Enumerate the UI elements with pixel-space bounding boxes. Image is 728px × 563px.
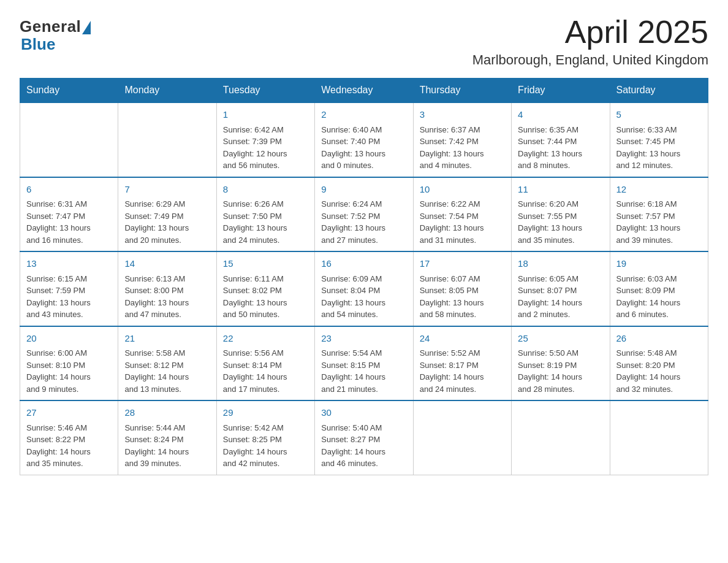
calendar-header-thursday: Thursday — [413, 79, 511, 103]
title-section: April 2025 Marlborough, England, United … — [472, 15, 708, 68]
calendar-cell-4-0: 27Sunrise: 5:46 AM Sunset: 8:22 PM Dayli… — [20, 400, 118, 475]
day-info: Sunrise: 5:54 AM Sunset: 8:15 PM Dayligh… — [321, 347, 406, 395]
day-info: Sunrise: 6:31 AM Sunset: 7:47 PM Dayligh… — [26, 198, 112, 246]
calendar-cell-4-1: 28Sunrise: 5:44 AM Sunset: 8:24 PM Dayli… — [118, 400, 216, 475]
location-text: Marlborough, England, United Kingdom — [472, 52, 708, 68]
day-number: 21 — [124, 332, 210, 346]
calendar-cell-1-1: 7Sunrise: 6:29 AM Sunset: 7:49 PM Daylig… — [118, 177, 216, 252]
logo-general-text: General — [20, 17, 81, 36]
calendar-cell-1-6: 12Sunrise: 6:18 AM Sunset: 7:57 PM Dayli… — [610, 177, 708, 252]
day-number: 29 — [223, 406, 308, 420]
day-number: 4 — [518, 108, 603, 122]
day-number: 20 — [26, 332, 112, 346]
calendar-cell-0-3: 2Sunrise: 6:40 AM Sunset: 7:40 PM Daylig… — [315, 102, 413, 177]
day-info: Sunrise: 6:11 AM Sunset: 8:02 PM Dayligh… — [223, 273, 308, 321]
calendar-cell-0-2: 1Sunrise: 6:42 AM Sunset: 7:39 PM Daylig… — [216, 102, 314, 177]
calendar-cell-2-6: 19Sunrise: 6:03 AM Sunset: 8:09 PM Dayli… — [610, 251, 708, 326]
calendar-cell-0-4: 3Sunrise: 6:37 AM Sunset: 7:42 PM Daylig… — [413, 102, 511, 177]
day-info: Sunrise: 6:29 AM Sunset: 7:49 PM Dayligh… — [124, 198, 210, 246]
calendar-header-friday: Friday — [512, 79, 610, 103]
day-number: 22 — [223, 332, 308, 346]
calendar-cell-3-5: 25Sunrise: 5:50 AM Sunset: 8:19 PM Dayli… — [512, 326, 610, 401]
day-info: Sunrise: 6:35 AM Sunset: 7:44 PM Dayligh… — [518, 124, 603, 172]
page-header: General Blue April 2025 Marlborough, Eng… — [20, 15, 708, 68]
day-number: 15 — [223, 257, 308, 271]
calendar-cell-4-4 — [413, 400, 511, 475]
day-number: 26 — [616, 332, 702, 346]
calendar-table: SundayMondayTuesdayWednesdayThursdayFrid… — [20, 78, 708, 475]
day-number: 30 — [321, 406, 406, 420]
calendar-cell-1-3: 9Sunrise: 6:24 AM Sunset: 7:52 PM Daylig… — [315, 177, 413, 252]
week-row-4: 27Sunrise: 5:46 AM Sunset: 8:22 PM Dayli… — [20, 400, 708, 475]
calendar-cell-1-5: 11Sunrise: 6:20 AM Sunset: 7:55 PM Dayli… — [512, 177, 610, 252]
calendar-cell-0-0 — [20, 102, 118, 177]
day-number: 27 — [26, 406, 112, 420]
logo-blue-text: Blue — [21, 35, 55, 54]
calendar-header-tuesday: Tuesday — [216, 79, 314, 103]
day-number: 28 — [124, 406, 210, 420]
day-number: 10 — [420, 183, 505, 197]
calendar-cell-3-3: 23Sunrise: 5:54 AM Sunset: 8:15 PM Dayli… — [315, 326, 413, 401]
day-info: Sunrise: 5:48 AM Sunset: 8:20 PM Dayligh… — [616, 347, 702, 395]
day-info: Sunrise: 5:46 AM Sunset: 8:22 PM Dayligh… — [26, 422, 112, 470]
week-row-0: 1Sunrise: 6:42 AM Sunset: 7:39 PM Daylig… — [20, 102, 708, 177]
calendar-cell-2-5: 18Sunrise: 6:05 AM Sunset: 8:07 PM Dayli… — [512, 251, 610, 326]
day-info: Sunrise: 6:33 AM Sunset: 7:45 PM Dayligh… — [616, 124, 702, 172]
calendar-cell-3-4: 24Sunrise: 5:52 AM Sunset: 8:17 PM Dayli… — [413, 326, 511, 401]
day-info: Sunrise: 6:15 AM Sunset: 7:59 PM Dayligh… — [26, 273, 112, 321]
calendar-header-saturday: Saturday — [610, 79, 708, 103]
day-number: 5 — [616, 108, 702, 122]
day-info: Sunrise: 6:24 AM Sunset: 7:52 PM Dayligh… — [321, 198, 406, 246]
day-info: Sunrise: 6:20 AM Sunset: 7:55 PM Dayligh… — [518, 198, 603, 246]
logo: General Blue — [20, 17, 91, 54]
calendar-cell-4-2: 29Sunrise: 5:42 AM Sunset: 8:25 PM Dayli… — [216, 400, 314, 475]
calendar-cell-3-0: 20Sunrise: 6:00 AM Sunset: 8:10 PM Dayli… — [20, 326, 118, 401]
day-number: 11 — [518, 183, 603, 197]
day-number: 19 — [616, 257, 702, 271]
day-number: 6 — [26, 183, 112, 197]
calendar-cell-4-5 — [512, 400, 610, 475]
day-info: Sunrise: 5:56 AM Sunset: 8:14 PM Dayligh… — [223, 347, 308, 395]
logo-triangle-icon — [82, 21, 91, 34]
calendar-cell-2-1: 14Sunrise: 6:13 AM Sunset: 8:00 PM Dayli… — [118, 251, 216, 326]
day-number: 8 — [223, 183, 308, 197]
day-number: 14 — [124, 257, 210, 271]
day-number: 9 — [321, 183, 406, 197]
day-info: Sunrise: 6:40 AM Sunset: 7:40 PM Dayligh… — [321, 124, 406, 172]
calendar-cell-0-1 — [118, 102, 216, 177]
day-info: Sunrise: 6:03 AM Sunset: 8:09 PM Dayligh… — [616, 273, 702, 321]
day-info: Sunrise: 6:09 AM Sunset: 8:04 PM Dayligh… — [321, 273, 406, 321]
day-info: Sunrise: 5:40 AM Sunset: 8:27 PM Dayligh… — [321, 422, 406, 470]
day-info: Sunrise: 6:05 AM Sunset: 8:07 PM Dayligh… — [518, 273, 603, 321]
calendar-cell-2-3: 16Sunrise: 6:09 AM Sunset: 8:04 PM Dayli… — [315, 251, 413, 326]
week-row-2: 13Sunrise: 6:15 AM Sunset: 7:59 PM Dayli… — [20, 251, 708, 326]
day-info: Sunrise: 6:26 AM Sunset: 7:50 PM Dayligh… — [223, 198, 308, 246]
week-row-3: 20Sunrise: 6:00 AM Sunset: 8:10 PM Dayli… — [20, 326, 708, 401]
day-info: Sunrise: 5:44 AM Sunset: 8:24 PM Dayligh… — [124, 422, 210, 470]
month-title: April 2025 — [472, 15, 708, 50]
day-info: Sunrise: 5:58 AM Sunset: 8:12 PM Dayligh… — [124, 347, 210, 395]
week-row-1: 6Sunrise: 6:31 AM Sunset: 7:47 PM Daylig… — [20, 177, 708, 252]
day-info: Sunrise: 5:42 AM Sunset: 8:25 PM Dayligh… — [223, 422, 308, 470]
calendar-cell-3-2: 22Sunrise: 5:56 AM Sunset: 8:14 PM Dayli… — [216, 326, 314, 401]
day-number: 24 — [420, 332, 505, 346]
day-info: Sunrise: 5:50 AM Sunset: 8:19 PM Dayligh… — [518, 347, 603, 395]
day-number: 1 — [223, 108, 308, 122]
day-info: Sunrise: 6:13 AM Sunset: 8:00 PM Dayligh… — [124, 273, 210, 321]
day-number: 16 — [321, 257, 406, 271]
calendar-cell-1-0: 6Sunrise: 6:31 AM Sunset: 7:47 PM Daylig… — [20, 177, 118, 252]
day-info: Sunrise: 6:22 AM Sunset: 7:54 PM Dayligh… — [420, 198, 505, 246]
calendar-cell-4-3: 30Sunrise: 5:40 AM Sunset: 8:27 PM Dayli… — [315, 400, 413, 475]
day-number: 12 — [616, 183, 702, 197]
day-info: Sunrise: 6:42 AM Sunset: 7:39 PM Dayligh… — [223, 124, 308, 172]
day-info: Sunrise: 6:18 AM Sunset: 7:57 PM Dayligh… — [616, 198, 702, 246]
day-number: 17 — [420, 257, 505, 271]
calendar-cell-0-5: 4Sunrise: 6:35 AM Sunset: 7:44 PM Daylig… — [512, 102, 610, 177]
day-number: 18 — [518, 257, 603, 271]
calendar-cell-2-0: 13Sunrise: 6:15 AM Sunset: 7:59 PM Dayli… — [20, 251, 118, 326]
calendar-cell-1-4: 10Sunrise: 6:22 AM Sunset: 7:54 PM Dayli… — [413, 177, 511, 252]
calendar-header-monday: Monday — [118, 79, 216, 103]
day-number: 23 — [321, 332, 406, 346]
calendar-cell-2-2: 15Sunrise: 6:11 AM Sunset: 8:02 PM Dayli… — [216, 251, 314, 326]
day-info: Sunrise: 6:37 AM Sunset: 7:42 PM Dayligh… — [420, 124, 505, 172]
